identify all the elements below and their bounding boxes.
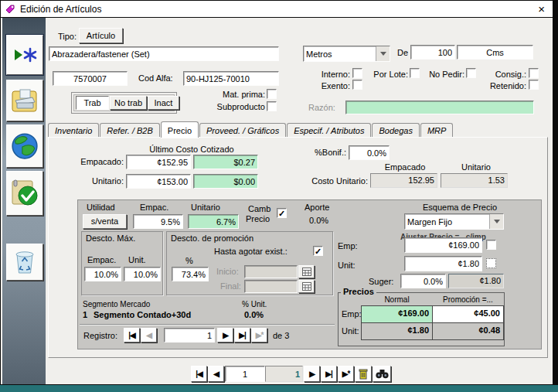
- esquema-combo[interactable]: Margen Fijo: [404, 213, 504, 230]
- utilidad-empac-label: Empac.: [140, 203, 168, 212]
- print-button[interactable]: [6, 80, 43, 121]
- col-empacado-header: Empacado: [373, 162, 437, 172]
- bottom-teal-bar: [0, 385, 558, 392]
- hasta-agotar-label: Hasta agotar exist.:: [214, 247, 288, 256]
- precios-unit-normal: ¢1.80: [361, 322, 433, 340]
- tab-bodegas[interactable]: Bodegas: [372, 123, 419, 138]
- unitario-crc-input[interactable]: [126, 174, 191, 189]
- s-venta-button[interactable]: s/venta: [83, 214, 127, 229]
- tab-inventario[interactable]: Inventario: [48, 123, 99, 138]
- por-lote-checkbox[interactable]: [410, 68, 420, 78]
- final-input[interactable]: [244, 280, 298, 293]
- camb-precio-checkbox[interactable]: ✓: [277, 208, 287, 218]
- registro-first-button[interactable]: |◀: [124, 328, 140, 343]
- unidad-menor-input[interactable]: [457, 45, 533, 60]
- registro-input[interactable]: [164, 328, 215, 343]
- bottom-nav-first-button[interactable]: |◀: [191, 366, 207, 382]
- tab-refer-b2b[interactable]: Refer. / B2B: [100, 123, 160, 138]
- camb-precio-label-1: Camb: [248, 204, 270, 213]
- registro-prev-button[interactable]: ◀: [141, 328, 157, 343]
- precios-emp-normal: ¢169.00: [361, 305, 433, 323]
- segmento-pct-header: % Unit.: [242, 300, 267, 308]
- registro-last-button[interactable]: ▶|: [234, 328, 250, 343]
- calendar-icon: [302, 268, 311, 276]
- bottom-nav-page-input[interactable]: [225, 366, 265, 382]
- codigo-input[interactable]: [53, 71, 128, 86]
- mat-prima-checkbox[interactable]: [267, 89, 277, 99]
- web-button[interactable]: [6, 124, 43, 168]
- final-label: Final:: [220, 281, 241, 291]
- empacado-crc-input[interactable]: [126, 155, 191, 169]
- promo-pct-label: %: [185, 256, 193, 265]
- estado-inact-button[interactable]: Inact: [148, 96, 179, 110]
- no-pedir-checkbox[interactable]: [466, 68, 476, 78]
- suger-pct-input[interactable]: [400, 274, 446, 288]
- tipo-label: Tipo:: [58, 32, 77, 41]
- bottom-nav-last-button[interactable]: ▶|: [321, 366, 337, 382]
- consig-checkbox[interactable]: [529, 68, 539, 78]
- bottom-nav-next-button[interactable]: ▶: [304, 366, 320, 382]
- bonif-input[interactable]: [349, 145, 390, 160]
- descto-max-unit-label: Unit.: [128, 255, 146, 264]
- app-tag-icon: [5, 4, 15, 15]
- tab-especif-atributos[interactable]: Especif. / Atributos: [287, 123, 371, 138]
- promo-pct-input[interactable]: [172, 267, 209, 281]
- final-calendar-button[interactable]: [298, 280, 315, 293]
- inicio-calendar-button[interactable]: [298, 265, 315, 278]
- bottom-nav-new-button[interactable]: ▶*: [338, 366, 354, 382]
- descto-max-unit-input[interactable]: [124, 267, 161, 281]
- descripcion-input[interactable]: [49, 46, 279, 61]
- interno-checkbox[interactable]: [352, 68, 362, 78]
- razon-label: Razón:: [308, 103, 335, 112]
- tab-proveed-graficos[interactable]: Proveed. / Gráficos: [199, 123, 286, 138]
- emp-checkbox[interactable]: [486, 240, 496, 250]
- segmento-row-num[interactable]: 1: [83, 310, 87, 319]
- de-input[interactable]: [410, 45, 455, 60]
- search-record-button[interactable]: [373, 366, 391, 382]
- de-label: De: [397, 48, 408, 57]
- tab-mrp[interactable]: MRP: [420, 123, 453, 138]
- utilidad-unitario-input[interactable]: [188, 214, 239, 229]
- estado-trab-button[interactable]: Trab: [76, 96, 109, 110]
- emp-precio-input[interactable]: [404, 237, 482, 253]
- segmento-row-name[interactable]: Segmento Contado+30d: [94, 310, 191, 319]
- empacado-usd-input[interactable]: [193, 155, 258, 169]
- title-bar: Edición de Artículos ×: [1, 1, 553, 17]
- tab-precio[interactable]: Precio: [161, 121, 199, 138]
- retenido-checkbox[interactable]: [529, 80, 539, 90]
- registro-new-button[interactable]: ▶*: [251, 328, 267, 343]
- descto-max-empac-input[interactable]: [84, 267, 121, 281]
- delete-record-button[interactable]: [355, 366, 372, 382]
- recycle-bin-icon: [12, 248, 38, 276]
- segmento-row-pct[interactable]: 0.0%: [244, 310, 264, 319]
- unidad-combo[interactable]: Metros: [303, 46, 390, 62]
- recycle-bin-button[interactable]: [6, 244, 43, 281]
- precios-emp-label: Emp:: [342, 309, 362, 319]
- subproducto-checkbox[interactable]: [267, 101, 277, 111]
- left-toolbar: [2, 18, 46, 384]
- tipo-button[interactable]: Artículo: [79, 28, 123, 43]
- binoculars-icon: [376, 369, 389, 379]
- cod-alfa-input[interactable]: [183, 71, 279, 86]
- precios-emp-promo: ¢45.00: [432, 305, 504, 323]
- chevron-down-icon[interactable]: [489, 214, 503, 229]
- exento-checkbox[interactable]: [352, 80, 362, 90]
- unitario-usd-input[interactable]: [193, 174, 258, 189]
- unit-checkbox-focused[interactable]: [486, 258, 496, 268]
- bottom-nav-prev-button[interactable]: ◀: [208, 366, 224, 382]
- descto-max-empac-label: Empac.: [87, 255, 116, 264]
- accept-button[interactable]: [6, 171, 43, 216]
- close-icon[interactable]: ×: [538, 3, 545, 15]
- costo-unitario-empacado: 152.95: [370, 173, 437, 188]
- inicio-input[interactable]: [244, 265, 298, 278]
- chevron-down-icon[interactable]: [376, 46, 390, 61]
- razon-input[interactable]: [345, 101, 534, 114]
- unit-precio-input[interactable]: [404, 256, 482, 271]
- estado-no-trab-button[interactable]: No trab: [110, 96, 147, 110]
- hasta-agotar-checkbox[interactable]: ✓: [313, 246, 323, 256]
- window-edicion-articulos: Edición de Artículos × Tipo: Artículo Me…: [0, 0, 558, 392]
- suger-label: Suger:: [369, 277, 393, 286]
- utilidad-empac-input[interactable]: [133, 214, 183, 229]
- registro-next-button[interactable]: ▶: [217, 328, 233, 343]
- new-record-button[interactable]: [6, 35, 43, 75]
